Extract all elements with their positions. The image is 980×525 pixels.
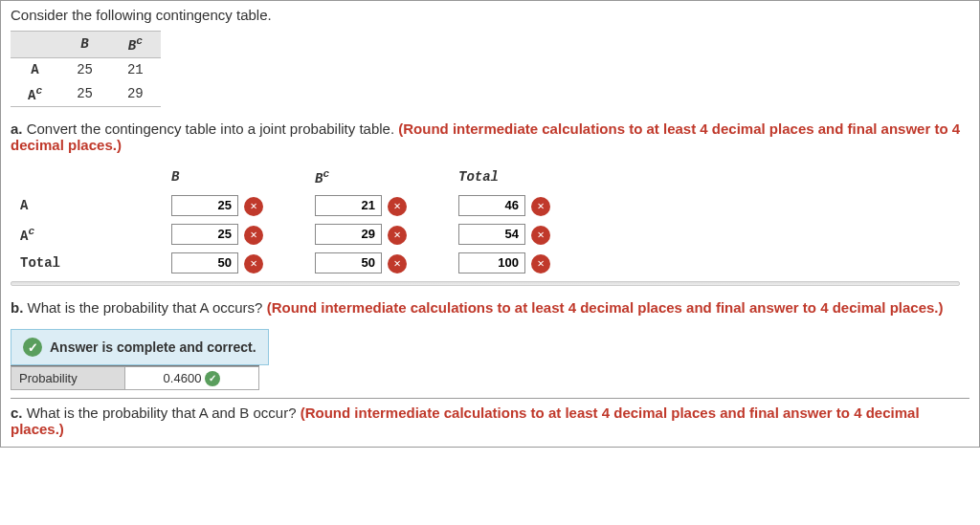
contingency-table: B Bc A 25 21 Ac 25 29 <box>11 31 161 107</box>
wrong-icon: ✕ <box>244 226 263 245</box>
probability-table: B Bc Total A 25✕ 21✕ 46✕ Ac 25✕ 29✕ 54✕ … <box>11 163 594 277</box>
ptable-row-ac: Ac <box>11 220 164 249</box>
input-r1c3[interactable]: 46 <box>458 195 525 216</box>
progress-bar[interactable] <box>11 281 960 286</box>
banner-text: Answer is complete and correct. <box>50 339 256 355</box>
wrong-icon: ✕ <box>531 197 550 216</box>
wrong-icon: ✕ <box>388 197 407 216</box>
ctable-header-bc: Bc <box>110 32 161 58</box>
input-r1c2[interactable]: 21 <box>315 195 382 216</box>
input-r1c1[interactable]: 25 <box>171 195 238 216</box>
ctable-row-ac: Ac <box>11 81 59 107</box>
part-a-instruction: a. Convert the contingency table into a … <box>11 120 969 153</box>
wrong-icon: ✕ <box>388 254 407 273</box>
ptable-row-total: Total <box>11 249 164 277</box>
ctable-header-b: B <box>59 32 110 58</box>
divider <box>11 398 969 399</box>
input-r3c2[interactable]: 50 <box>315 252 382 273</box>
input-r3c1[interactable]: 50 <box>171 252 238 273</box>
intro-text: Consider the following contingency table… <box>11 7 969 23</box>
input-r2c2[interactable]: 29 <box>315 224 382 245</box>
ptable-header-b: B <box>164 163 307 191</box>
wrong-icon: ✕ <box>244 197 263 216</box>
input-r2c1[interactable]: 25 <box>171 224 238 245</box>
wrong-icon: ✕ <box>388 226 407 245</box>
wrong-icon: ✕ <box>531 254 550 273</box>
ctable-r1c1: 25 <box>59 57 110 81</box>
probability-label: Probability <box>11 366 125 390</box>
wrong-icon: ✕ <box>244 254 263 273</box>
part-b-instruction: b. What is the probability that A occurs… <box>11 299 969 316</box>
wrong-icon: ✕ <box>531 226 550 245</box>
ctable-r2c1: 25 <box>59 81 110 107</box>
probability-row: Probability 0.4600 ✓ <box>11 365 259 390</box>
ptable-row-a: A <box>11 191 164 220</box>
input-r3c3[interactable]: 100 <box>458 252 525 273</box>
correct-banner: ✓ Answer is complete and correct. <box>11 329 269 365</box>
check-icon: ✓ <box>23 338 42 357</box>
ptable-header-bc: Bc <box>307 163 451 191</box>
ptable-header-total: Total <box>451 163 594 191</box>
check-icon: ✓ <box>205 371 220 386</box>
ctable-r1c2: 21 <box>110 57 161 81</box>
probability-value: 0.4600 <box>164 371 202 385</box>
ctable-row-a: A <box>11 57 59 81</box>
input-r2c3[interactable]: 54 <box>458 224 525 245</box>
part-c-instruction: c. What is the probability that A and B … <box>11 405 969 437</box>
ctable-r2c2: 29 <box>110 81 161 107</box>
